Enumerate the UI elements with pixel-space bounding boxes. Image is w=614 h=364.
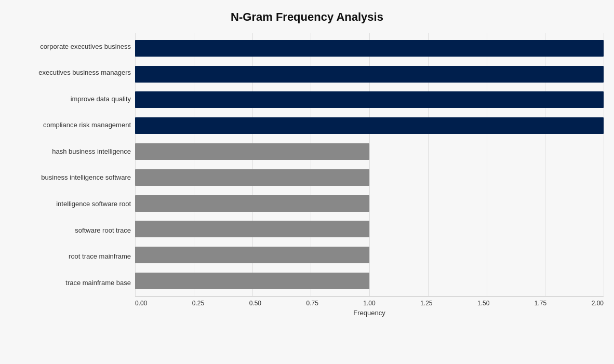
bar-row — [135, 115, 604, 137]
y-label: business intelligence software — [10, 165, 131, 190]
grid-line — [604, 33, 604, 296]
bar-row — [135, 218, 604, 240]
y-label: improve data quality — [10, 86, 131, 111]
x-tick: 1.75 — [535, 300, 546, 307]
bar — [135, 195, 369, 212]
x-tick: 0.25 — [192, 300, 204, 307]
x-tick: 1.50 — [477, 300, 489, 307]
x-tick: 0.00 — [135, 300, 147, 307]
bar-row — [135, 37, 604, 59]
bar-row — [135, 270, 604, 292]
y-label: trace mainframe base — [10, 271, 131, 295]
bars-area — [135, 33, 604, 296]
bar — [135, 169, 369, 186]
bar — [135, 91, 604, 108]
bar-row — [135, 89, 604, 111]
y-label: hash business intelligence — [10, 139, 131, 164]
bars-wrapper — [135, 33, 604, 296]
bar — [135, 117, 604, 134]
x-tick: 0.50 — [249, 300, 261, 307]
bar — [135, 40, 604, 57]
bar-row — [135, 193, 604, 214]
y-axis-labels: corporate executives businessexecutives … — [10, 33, 135, 296]
bar-row — [135, 244, 604, 266]
bar — [135, 143, 369, 160]
x-axis: 0.000.250.500.751.001.251.501.752.00 Fre… — [135, 296, 604, 317]
y-label: executives business managers — [10, 60, 131, 85]
x-tick: 1.00 — [363, 300, 375, 307]
y-label: compliance risk management — [10, 113, 131, 138]
bar-row — [135, 167, 604, 188]
bar — [135, 247, 369, 263]
bar — [135, 221, 369, 237]
bar — [135, 273, 369, 289]
chart-container: N-Gram Frequency Analysis corporate exec… — [0, 0, 614, 364]
y-label: root trace mainframe — [10, 244, 131, 269]
x-tick: 1.25 — [420, 300, 432, 307]
x-tick: 2.00 — [592, 300, 604, 307]
bar-row — [135, 63, 604, 85]
x-ticks: 0.000.250.500.751.001.251.501.752.00 — [135, 296, 604, 307]
x-tick: 0.75 — [306, 300, 318, 307]
bar — [135, 66, 604, 83]
y-label: software root trace — [10, 218, 131, 242]
y-label: corporate executives business — [10, 34, 131, 59]
x-axis-label: Frequency — [135, 309, 604, 317]
bar-row — [135, 141, 604, 163]
chart-title: N-Gram Frequency Analysis — [10, 10, 604, 24]
y-label: intelligence software root — [10, 192, 131, 217]
